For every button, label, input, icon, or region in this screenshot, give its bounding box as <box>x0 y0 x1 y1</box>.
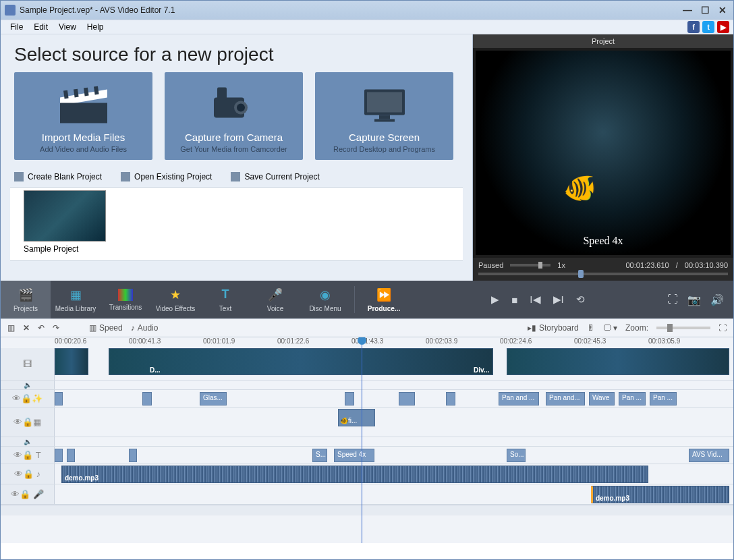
video-track: 🎞 D...Div... <box>1 348 733 381</box>
preview-viewport[interactable]: 🐠 Speed 4x <box>476 51 731 255</box>
tab-media-library[interactable]: ▦Media Library <box>51 281 101 318</box>
effect-clip[interactable]: Glas... <box>200 392 227 405</box>
undo-button[interactable]: ↶ <box>38 323 45 333</box>
timeline: 00:00:20.6 00:00:41.3 00:01:01.9 00:01:2… <box>1 337 733 543</box>
text-clip[interactable] <box>129 449 137 462</box>
project-thumbnail[interactable]: Sample Project <box>24 190 106 254</box>
tab-video-effects[interactable]: ★Video Effects <box>150 281 200 318</box>
disc-icon: ◉ <box>317 287 333 302</box>
volume-mixer-icon[interactable]: 🎚 <box>587 323 595 333</box>
overlay-track-header[interactable]: 👁🔒▦ <box>1 408 55 437</box>
tab-voice[interactable]: 🎤Voice <box>250 281 300 318</box>
redo-button[interactable]: ↷ <box>53 323 59 333</box>
stop-button[interactable]: ■ <box>511 294 517 306</box>
capture-screen-button[interactable]: Capture Screen Record Desktop and Progra… <box>315 72 453 160</box>
delete-button[interactable]: ✕ <box>23 323 30 333</box>
timeline-tool-1[interactable]: ▥ <box>7 323 15 333</box>
text-icon: T <box>217 287 233 302</box>
overlay-clip[interactable]: 🐠fi... <box>338 409 375 426</box>
twitter-icon[interactable]: t <box>702 21 714 33</box>
menu-view[interactable]: View <box>53 21 82 33</box>
speed-button[interactable]: ▥ Speed <box>89 323 123 333</box>
tab-transitions[interactable]: Transitions <box>101 281 150 318</box>
effect-clip[interactable] <box>446 392 455 405</box>
fit-zoom-icon[interactable]: ⛶ <box>718 323 727 333</box>
tab-effects-label: Video Effects <box>156 305 196 312</box>
text-clip[interactable]: S... <box>312 449 327 462</box>
seek-bar[interactable] <box>478 273 728 275</box>
audio-button[interactable]: ♪ Audio <box>131 323 159 333</box>
speed-slider[interactable] <box>510 264 550 267</box>
text-clip[interactable] <box>67 449 75 462</box>
effect-clip[interactable] <box>55 392 63 405</box>
tab-produce[interactable]: ⏩Produce... <box>359 281 409 318</box>
fullscreen-icon[interactable]: ⛶ <box>667 293 678 306</box>
ruler-tick: 00:00:20.6 <box>55 337 129 348</box>
text-clip[interactable]: Speed 4x <box>334 449 374 462</box>
video-clip[interactable]: D...Div... <box>109 348 493 375</box>
project-list: Sample Project <box>10 187 463 261</box>
time-ruler[interactable]: 00:00:20.6 00:00:41.3 00:01:01.9 00:01:2… <box>1 337 733 348</box>
text-track-header[interactable]: 👁🔒 T <box>1 447 55 464</box>
menu-edit[interactable]: Edit <box>28 21 53 33</box>
audio-label: demo.mp3 <box>596 495 629 502</box>
voice-track-header[interactable]: 👁🔒 🎤 <box>1 484 55 504</box>
minimize-button[interactable]: — <box>681 5 694 16</box>
zoom-slider[interactable] <box>656 327 710 329</box>
timeline-scrollbar[interactable] <box>1 505 733 515</box>
overlay-audio-header[interactable]: 🔈 <box>1 437 55 446</box>
display-settings-icon[interactable]: 🖵 ▾ <box>603 323 617 333</box>
playhead[interactable] <box>362 337 362 543</box>
time-total: 00:03:10.390 <box>685 261 728 269</box>
storyboard-button[interactable]: ▸▮ Storyboard <box>528 323 579 333</box>
effect-clip[interactable]: Pan and... <box>546 392 585 405</box>
menu-help[interactable]: Help <box>82 21 109 33</box>
play-button[interactable]: ▶ <box>491 293 499 306</box>
effect-clip[interactable] <box>142 392 152 405</box>
loop-button[interactable]: ⟲ <box>576 293 585 306</box>
capture-camera-button[interactable]: Capture from Camera Get Your Media from … <box>165 72 303 160</box>
video-clip[interactable] <box>507 348 729 375</box>
menu-file[interactable]: File <box>5 21 28 33</box>
video-track-header[interactable]: 🎞 <box>1 348 55 380</box>
create-blank-project[interactable]: Create Blank Project <box>14 172 102 181</box>
audio-clip[interactable]: demo.mp3 <box>61 466 648 483</box>
facebook-icon[interactable]: f <box>687 21 700 33</box>
tab-projects[interactable]: 🎬Projects <box>1 281 51 318</box>
volume-icon[interactable]: 🔊 <box>710 293 724 306</box>
save-current-project[interactable]: Save Current Project <box>231 172 319 181</box>
text-clip[interactable] <box>55 449 63 462</box>
open-existing-label: Open Existing Project <box>134 172 212 181</box>
prev-frame-button[interactable]: I◀ <box>530 293 540 306</box>
text-clip[interactable]: AVS Vid... <box>689 449 729 462</box>
effect-clip[interactable] <box>345 392 354 405</box>
snapshot-icon[interactable]: 📷 <box>687 293 701 306</box>
main-toolbar: 🎬Projects ▦Media Library Transitions ★Vi… <box>1 281 733 318</box>
music-track-header[interactable]: 👁🔒 ♪ <box>1 464 55 484</box>
import-media-button[interactable]: Import Media Files Add Video and Audio F… <box>14 72 152 160</box>
effect-clip[interactable]: Pan ... <box>650 392 677 405</box>
audio-clip[interactable]: demo.mp3 <box>591 486 729 503</box>
ruler-tick: 00:02:45.3 <box>574 337 648 348</box>
next-frame-button[interactable]: ▶I <box>553 293 564 306</box>
video-audio-header[interactable]: 🔈 <box>1 381 55 389</box>
maximize-button[interactable]: ☐ <box>698 5 712 16</box>
open-existing-project[interactable]: Open Existing Project <box>121 172 212 181</box>
effects-track-header[interactable]: 👁🔒✨ <box>1 390 55 407</box>
tab-media-label: Media Library <box>55 305 96 312</box>
playback-controls: ▶ ■ I◀ ▶I ⟲ <box>409 293 667 306</box>
effect-clip[interactable]: Wave <box>589 392 615 405</box>
title-bar: Sample Project.vep* - AVS Video Editor 7… <box>1 1 733 20</box>
effect-clip[interactable] <box>399 392 415 405</box>
tab-text[interactable]: TText <box>200 281 250 318</box>
page-title: Select source for a new project <box>1 34 472 72</box>
ruler-tick: 00:01:22.6 <box>277 337 351 348</box>
svg-rect-9 <box>217 88 227 100</box>
close-button[interactable]: ✕ <box>716 5 729 16</box>
youtube-icon[interactable]: ▶ <box>717 21 729 33</box>
effect-clip[interactable]: Pan and ... <box>499 392 539 405</box>
video-clip[interactable] <box>55 348 88 375</box>
effect-clip[interactable]: Pan ... <box>619 392 646 405</box>
tab-disc-menu[interactable]: ◉Disc Menu <box>300 281 350 318</box>
text-clip[interactable]: So... <box>507 449 526 462</box>
